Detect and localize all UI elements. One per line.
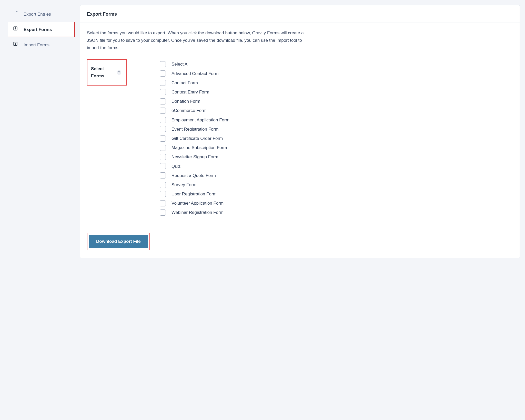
form-row: Request a Quote Form (160, 172, 229, 179)
form-checkbox[interactable] (160, 209, 166, 216)
export-forms-icon (13, 26, 18, 33)
forms-checkbox-list: Select All Advanced Contact Form Contact… (132, 59, 229, 218)
form-row: Event Registration Form (160, 126, 229, 133)
form-checkbox[interactable] (160, 200, 166, 206)
select-all-checkbox[interactable] (160, 61, 166, 67)
form-checkbox[interactable] (160, 70, 166, 77)
form-label[interactable]: Newsletter Signup Form (171, 153, 218, 160)
sidebar-item-label: Export Entries (24, 11, 51, 18)
form-checkbox[interactable] (160, 163, 166, 169)
form-row: Advanced Contact Form (160, 70, 229, 77)
form-label[interactable]: Event Registration Form (171, 126, 218, 133)
form-row: Volunteer Application Form (160, 200, 229, 207)
form-label[interactable]: Magazine Subscription Form (171, 144, 227, 151)
form-row: Newsletter Signup Form (160, 153, 229, 160)
form-checkbox[interactable] (160, 145, 166, 151)
help-icon[interactable]: ? (117, 70, 121, 75)
sidebar-item-export-entries[interactable]: Export Entries (8, 6, 75, 22)
form-label[interactable]: eCommerce Form (171, 107, 207, 114)
sidebar: Export Entries Export Forms Import Forms (8, 5, 75, 53)
form-row: eCommerce Form (160, 107, 229, 114)
form-row: User Registration Form (160, 191, 229, 197)
form-checkbox[interactable] (160, 126, 166, 132)
select-forms-field: Select Forms ? Select All Advanced Conta… (87, 59, 513, 218)
form-row: Donation Form (160, 98, 229, 105)
form-label[interactable]: Gift Certificate Order Form (171, 135, 223, 142)
sidebar-item-label: Import Forms (24, 41, 49, 48)
download-export-button[interactable]: Download Export File (89, 235, 148, 248)
form-row: Contest Entry Form (160, 89, 229, 96)
form-label[interactable]: Contest Entry Form (171, 89, 209, 96)
field-label: Select Forms (91, 65, 114, 79)
sidebar-item-export-forms[interactable]: Export Forms (8, 22, 75, 37)
field-label-highlight: Select Forms ? (87, 59, 127, 85)
form-row: Magazine Subscription Form (160, 144, 229, 151)
main-panel: Export Forms Select the forms you would … (80, 5, 520, 258)
sidebar-item-label: Export Forms (24, 26, 52, 33)
form-label[interactable]: Request a Quote Form (171, 172, 216, 179)
form-checkbox[interactable] (160, 89, 166, 95)
form-checkbox[interactable] (160, 135, 166, 142)
description-text: Select the forms you would like to expor… (87, 29, 307, 52)
form-label[interactable]: Quiz (171, 163, 180, 170)
form-checkbox[interactable] (160, 172, 166, 178)
form-row: Gift Certificate Order Form (160, 135, 229, 142)
form-row: Contact Form (160, 79, 229, 86)
form-row: Employment Application Form (160, 117, 229, 123)
form-checkbox[interactable] (160, 98, 166, 104)
form-label[interactable]: Employment Application Form (171, 117, 229, 123)
form-label[interactable]: Webinar Registration Form (171, 209, 224, 216)
form-label[interactable]: Contact Form (171, 79, 198, 86)
page-title: Export Forms (87, 10, 513, 18)
form-row: Survey Form (160, 181, 229, 188)
form-checkbox[interactable] (160, 117, 166, 123)
form-checkbox[interactable] (160, 182, 166, 188)
form-label[interactable]: Volunteer Application Form (171, 200, 224, 207)
form-label[interactable]: User Registration Form (171, 191, 217, 197)
download-highlight: Download Export File (87, 233, 150, 250)
form-checkbox[interactable] (160, 191, 166, 197)
import-forms-icon (13, 41, 18, 48)
form-checkbox[interactable] (160, 108, 166, 114)
panel-header: Export Forms (80, 5, 520, 23)
form-label[interactable]: Donation Form (171, 98, 200, 105)
form-label[interactable]: Advanced Contact Form (171, 70, 218, 77)
export-entries-icon (13, 10, 18, 18)
select-all-label[interactable]: Select All (171, 61, 189, 68)
form-checkbox[interactable] (160, 80, 166, 86)
form-row: Quiz (160, 163, 229, 170)
form-checkbox[interactable] (160, 154, 166, 160)
form-row: Webinar Registration Form (160, 209, 229, 216)
select-all-row: Select All (160, 61, 229, 68)
sidebar-item-import-forms[interactable]: Import Forms (8, 37, 75, 52)
form-label[interactable]: Survey Form (171, 181, 196, 188)
